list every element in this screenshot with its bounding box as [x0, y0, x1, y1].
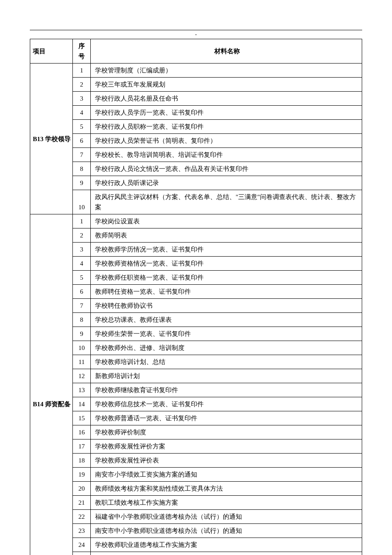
seq-cell: 3 [73, 243, 91, 257]
seq-cell: 5 [73, 271, 91, 285]
seq-cell: 18 [73, 454, 91, 468]
name-cell: 学校教师外出、进修、培训制度 [91, 341, 362, 355]
table-row: 19南安市小学绩效工资实施方案的通知 [30, 468, 362, 482]
table-row: 22福建省中小学教师职业道德考核办法（试行）的通知 [30, 510, 362, 524]
seq-cell: 17 [73, 439, 91, 454]
table-row: 6学校行政人员荣誉证书（简明表、复印件） [30, 134, 362, 148]
table-row: 5学校教师任职资格一览表、证书复印件 [30, 271, 362, 285]
project-b13: B13 学校领导 [30, 64, 73, 214]
seq-cell: 23 [73, 524, 91, 538]
project-b14: B14 师资配备 [30, 214, 73, 555]
table-row: B14 师资配备 1 学校岗位设置表 [30, 214, 362, 228]
seq-cell: 3 [73, 92, 91, 106]
name-cell: 学校校长、教导培训简明表、培训证书复印件 [91, 148, 362, 162]
seq-cell: 24 [73, 538, 91, 552]
table-row: 11学校教师培训计划、总结 [30, 355, 362, 369]
name-cell: 学校教师资格情况一览表、证书复印件 [91, 257, 362, 271]
table-row: 8学校行政人员论文情况一览表、作品及有关证书复印件 [30, 162, 362, 176]
name-cell: 学校教师评价制度 [91, 425, 362, 439]
seq-cell: 22 [73, 510, 91, 524]
seq-cell: 2 [73, 228, 91, 243]
table-row: 6教师聘任资格一览表、证书复印件 [30, 285, 362, 299]
table-row: 7学校聘任教师协议书 [30, 299, 362, 313]
table-row: 10政风行风民主评议材料（方案、代表名单、总结、"三满意"问卷调查表代表、统计表… [30, 190, 362, 214]
table-row: 10学校教师外出、进修、培训制度 [30, 341, 362, 355]
table-row: B13 学校领导 1 学校管理制度（汇编成册） [30, 64, 362, 78]
seq-cell: 4 [73, 257, 91, 271]
table-row: 25学校教师职业道德考核汇总 [30, 552, 362, 555]
table-row: 4学校行政人员学历一览表、证书复印件 [30, 106, 362, 120]
name-cell: 教职工绩效考核工作实施方案 [91, 496, 362, 510]
seq-cell: 25 [73, 552, 91, 555]
seq-cell: 21 [73, 496, 91, 510]
materials-table: 项目 序号 材料名称 B13 学校领导 1 学校管理制度（汇编成册） 2学校三年… [30, 39, 362, 555]
seq-cell: 9 [73, 176, 91, 190]
name-cell: 学校教师职业道德考核汇总 [91, 552, 362, 555]
name-cell: 学校教师继续教育证书复印件 [91, 383, 362, 397]
seq-cell: 20 [73, 482, 91, 496]
table-row: 17学校教师发展性评价方案 [30, 439, 362, 454]
table-row: 3学校行政人员花名册及任命书 [30, 92, 362, 106]
table-row: 3学校教师学历情况一览表、证书复印件 [30, 243, 362, 257]
seq-cell: 4 [73, 106, 91, 120]
name-cell: 新教师培训计划 [91, 369, 362, 383]
name-cell: 教师简明表 [91, 228, 362, 243]
seq-cell: 1 [73, 214, 91, 228]
name-cell: 学校教师学历情况一览表、证书复印件 [91, 243, 362, 257]
name-cell: 学校管理制度（汇编成册） [91, 64, 362, 78]
header-seq: 序号 [73, 39, 91, 64]
name-cell: 学校行政人员职称一览表、证书复印件 [91, 120, 362, 134]
seq-cell: 5 [73, 120, 91, 134]
table-row: 21教职工绩效考核工作实施方案 [30, 496, 362, 510]
table-row: 9学校师生荣誉一览表、证书复印件 [30, 327, 362, 341]
name-cell: 学校三年或五年发展规划 [91, 78, 362, 92]
name-cell: 学校行政人员花名册及任命书 [91, 92, 362, 106]
table-row: 5学校行政人员职称一览表、证书复印件 [30, 120, 362, 134]
name-cell: 教师聘任资格一览表、证书复印件 [91, 285, 362, 299]
name-cell: 学校师生荣誉一览表、证书复印件 [91, 327, 362, 341]
name-cell: 政风行风民主评议材料（方案、代表名单、总结、"三满意"问卷调查表代表、统计表、整… [91, 190, 362, 214]
name-cell: 学校教师任职资格一览表、证书复印件 [91, 271, 362, 285]
seq-cell: 13 [73, 383, 91, 397]
page-dash: - [30, 31, 362, 38]
table-row: 2教师简明表 [30, 228, 362, 243]
name-cell: 福建省中小学教师职业道德考核办法（试行）的通知 [91, 510, 362, 524]
seq-cell: 8 [73, 162, 91, 176]
table-row: 16学校教师评价制度 [30, 425, 362, 439]
table-row: 24学校教师职业道德考核工作实施方案 [30, 538, 362, 552]
name-cell: 学校岗位设置表 [91, 214, 362, 228]
table-row: 15学校教师普通话一览表、证书复印件 [30, 411, 362, 425]
seq-cell: 7 [73, 148, 91, 162]
seq-cell: 19 [73, 468, 91, 482]
name-cell: 学校行政人员学历一览表、证书复印件 [91, 106, 362, 120]
name-cell: 学校行政人员荣誉证书（简明表、复印件） [91, 134, 362, 148]
table-row: 20教师绩效考核方案和奖励性绩效工资具体方法 [30, 482, 362, 496]
seq-cell: 10 [73, 341, 91, 355]
seq-cell: 1 [73, 64, 91, 78]
name-cell: 学校教师培训计划、总结 [91, 355, 362, 369]
header-project: 项目 [30, 39, 73, 64]
seq-cell: 16 [73, 425, 91, 439]
name-cell: 学校总功课表、教师任课表 [91, 313, 362, 327]
seq-cell: 10 [73, 190, 91, 214]
name-cell: 教师绩效考核方案和奖励性绩效工资具体方法 [91, 482, 362, 496]
table-row: 9学校行政人员听课记录 [30, 176, 362, 190]
name-cell: 学校教师发展性评价方案 [91, 439, 362, 454]
name-cell: 学校教师普通话一览表、证书复印件 [91, 411, 362, 425]
seq-cell: 6 [73, 134, 91, 148]
table-row: 2学校三年或五年发展规划 [30, 78, 362, 92]
table-row: 13学校教师继续教育证书复印件 [30, 383, 362, 397]
page-top-rule [30, 30, 362, 30]
table-row: 23南安市中小学教师职业道德考核办法（试行）的通知 [30, 524, 362, 538]
name-cell: 南安市中小学教师职业道德考核办法（试行）的通知 [91, 524, 362, 538]
table-header-row: 项目 序号 材料名称 [30, 39, 362, 64]
seq-cell: 14 [73, 397, 91, 411]
seq-cell: 7 [73, 299, 91, 313]
seq-cell: 8 [73, 313, 91, 327]
name-cell: 学校聘任教师协议书 [91, 299, 362, 313]
seq-cell: 11 [73, 355, 91, 369]
seq-cell: 2 [73, 78, 91, 92]
name-cell: 学校教师发展性评价表 [91, 454, 362, 468]
seq-cell: 12 [73, 369, 91, 383]
table-row: 4学校教师资格情况一览表、证书复印件 [30, 257, 362, 271]
